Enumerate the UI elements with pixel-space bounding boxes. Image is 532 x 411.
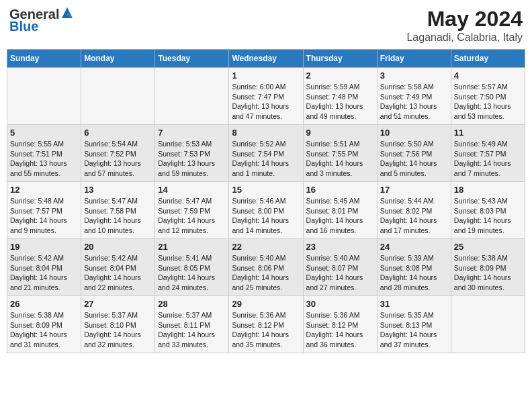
day-info: Sunrise: 6:00 AM Sunset: 7:47 PM Dayligh… (232, 82, 300, 122)
calendar-cell: 22Sunrise: 5:40 AM Sunset: 8:06 PM Dayli… (229, 239, 303, 296)
day-number: 23 (306, 242, 374, 252)
calendar-cell: 8Sunrise: 5:52 AM Sunset: 7:54 PM Daylig… (229, 125, 303, 182)
calendar-cell: 7Sunrise: 5:53 AM Sunset: 7:53 PM Daylig… (155, 125, 229, 182)
day-info: Sunrise: 5:57 AM Sunset: 7:50 PM Dayligh… (454, 82, 522, 122)
week-row-4: 19Sunrise: 5:42 AM Sunset: 8:04 PM Dayli… (7, 239, 525, 296)
calendar-cell: 9Sunrise: 5:51 AM Sunset: 7:55 PM Daylig… (303, 125, 377, 182)
main-title: May 2024 (406, 7, 523, 32)
title-block: May 2024 Laganadi, Calabria, Italy (406, 7, 523, 44)
day-info: Sunrise: 5:40 AM Sunset: 8:07 PM Dayligh… (306, 253, 374, 293)
day-info: Sunrise: 5:52 AM Sunset: 7:54 PM Dayligh… (232, 139, 300, 179)
calendar-table: SundayMondayTuesdayWednesdayThursdayFrid… (7, 49, 525, 353)
calendar-cell (7, 68, 81, 125)
weekday-header-saturday: Saturday (451, 50, 525, 68)
weekday-header-thursday: Thursday (303, 50, 377, 68)
day-number: 26 (10, 299, 78, 309)
day-number: 6 (84, 128, 152, 138)
page-header: General Blue May 2024 Laganadi, Calabria… (7, 7, 525, 44)
day-info: Sunrise: 5:38 AM Sunset: 8:09 PM Dayligh… (10, 310, 78, 350)
day-info: Sunrise: 5:51 AM Sunset: 7:55 PM Dayligh… (306, 139, 374, 179)
calendar-cell (81, 68, 155, 125)
calendar-cell: 13Sunrise: 5:47 AM Sunset: 7:58 PM Dayli… (81, 182, 155, 239)
calendar-cell: 11Sunrise: 5:49 AM Sunset: 7:57 PM Dayli… (451, 125, 525, 182)
calendar-cell: 16Sunrise: 5:45 AM Sunset: 8:01 PM Dayli… (303, 182, 377, 239)
calendar-cell: 26Sunrise: 5:38 AM Sunset: 8:09 PM Dayli… (7, 296, 81, 353)
day-info: Sunrise: 5:37 AM Sunset: 8:11 PM Dayligh… (158, 310, 226, 350)
calendar-cell (155, 68, 229, 125)
calendar-cell: 3Sunrise: 5:58 AM Sunset: 7:49 PM Daylig… (377, 68, 451, 125)
calendar-cell: 20Sunrise: 5:42 AM Sunset: 8:04 PM Dayli… (81, 239, 155, 296)
day-number: 5 (10, 128, 78, 138)
day-info: Sunrise: 5:59 AM Sunset: 7:48 PM Dayligh… (306, 82, 374, 122)
week-row-3: 12Sunrise: 5:48 AM Sunset: 7:57 PM Dayli… (7, 182, 525, 239)
day-number: 3 (380, 71, 448, 81)
calendar-cell: 14Sunrise: 5:47 AM Sunset: 7:59 PM Dayli… (155, 182, 229, 239)
calendar-cell (451, 296, 525, 353)
weekday-header-sunday: Sunday (7, 50, 81, 68)
day-info: Sunrise: 5:38 AM Sunset: 8:09 PM Dayligh… (454, 253, 522, 293)
day-info: Sunrise: 5:39 AM Sunset: 8:08 PM Dayligh… (380, 253, 448, 293)
day-number: 17 (380, 185, 448, 195)
calendar-cell: 30Sunrise: 5:36 AM Sunset: 8:12 PM Dayli… (303, 296, 377, 353)
day-info: Sunrise: 5:40 AM Sunset: 8:06 PM Dayligh… (232, 253, 300, 293)
weekday-header-friday: Friday (377, 50, 451, 68)
day-info: Sunrise: 5:41 AM Sunset: 8:05 PM Dayligh… (158, 253, 226, 293)
calendar-cell: 27Sunrise: 5:37 AM Sunset: 8:10 PM Dayli… (81, 296, 155, 353)
day-number: 7 (158, 128, 226, 138)
calendar-cell: 24Sunrise: 5:39 AM Sunset: 8:08 PM Dayli… (377, 239, 451, 296)
logo: General Blue (9, 7, 74, 34)
day-info: Sunrise: 5:42 AM Sunset: 8:04 PM Dayligh… (84, 253, 152, 293)
day-number: 10 (380, 128, 448, 138)
weekday-header-tuesday: Tuesday (155, 50, 229, 68)
day-number: 28 (158, 299, 226, 309)
day-info: Sunrise: 5:46 AM Sunset: 8:00 PM Dayligh… (232, 196, 300, 236)
day-number: 8 (232, 128, 300, 138)
calendar-cell: 4Sunrise: 5:57 AM Sunset: 7:50 PM Daylig… (451, 68, 525, 125)
calendar-cell: 6Sunrise: 5:54 AM Sunset: 7:52 PM Daylig… (81, 125, 155, 182)
day-info: Sunrise: 5:49 AM Sunset: 7:57 PM Dayligh… (454, 139, 522, 179)
day-number: 29 (232, 299, 300, 309)
day-number: 15 (232, 185, 300, 195)
day-info: Sunrise: 5:43 AM Sunset: 8:03 PM Dayligh… (454, 196, 522, 236)
calendar-cell: 2Sunrise: 5:59 AM Sunset: 7:48 PM Daylig… (303, 68, 377, 125)
day-info: Sunrise: 5:48 AM Sunset: 7:57 PM Dayligh… (10, 196, 78, 236)
day-info: Sunrise: 5:50 AM Sunset: 7:56 PM Dayligh… (380, 139, 448, 179)
day-number: 20 (84, 242, 152, 252)
calendar-cell: 19Sunrise: 5:42 AM Sunset: 8:04 PM Dayli… (7, 239, 81, 296)
calendar-cell: 18Sunrise: 5:43 AM Sunset: 8:03 PM Dayli… (451, 182, 525, 239)
day-info: Sunrise: 5:35 AM Sunset: 8:13 PM Dayligh… (380, 310, 448, 350)
day-info: Sunrise: 5:47 AM Sunset: 7:59 PM Dayligh… (158, 196, 226, 236)
day-number: 19 (10, 242, 78, 252)
day-number: 12 (10, 185, 78, 195)
day-number: 27 (84, 299, 152, 309)
day-number: 25 (454, 242, 522, 252)
week-row-1: 1Sunrise: 6:00 AM Sunset: 7:47 PM Daylig… (7, 68, 525, 125)
day-info: Sunrise: 5:55 AM Sunset: 7:51 PM Dayligh… (10, 139, 78, 179)
day-info: Sunrise: 5:45 AM Sunset: 8:01 PM Dayligh… (306, 196, 374, 236)
calendar-cell: 17Sunrise: 5:44 AM Sunset: 8:02 PM Dayli… (377, 182, 451, 239)
day-number: 18 (454, 185, 522, 195)
subtitle: Laganadi, Calabria, Italy (406, 32, 523, 44)
calendar-cell: 1Sunrise: 6:00 AM Sunset: 7:47 PM Daylig… (229, 68, 303, 125)
calendar-cell: 5Sunrise: 5:55 AM Sunset: 7:51 PM Daylig… (7, 125, 81, 182)
day-info: Sunrise: 5:36 AM Sunset: 8:12 PM Dayligh… (232, 310, 300, 350)
day-info: Sunrise: 5:58 AM Sunset: 7:49 PM Dayligh… (380, 82, 448, 122)
week-row-2: 5Sunrise: 5:55 AM Sunset: 7:51 PM Daylig… (7, 125, 525, 182)
calendar-cell: 31Sunrise: 5:35 AM Sunset: 8:13 PM Dayli… (377, 296, 451, 353)
weekday-header-monday: Monday (81, 50, 155, 68)
day-number: 21 (158, 242, 226, 252)
day-number: 30 (306, 299, 374, 309)
calendar-cell: 15Sunrise: 5:46 AM Sunset: 8:00 PM Dayli… (229, 182, 303, 239)
day-number: 24 (380, 242, 448, 252)
day-number: 31 (380, 299, 448, 309)
calendar-cell: 28Sunrise: 5:37 AM Sunset: 8:11 PM Dayli… (155, 296, 229, 353)
day-number: 16 (306, 185, 374, 195)
day-number: 4 (454, 71, 522, 81)
day-number: 13 (84, 185, 152, 195)
day-info: Sunrise: 5:47 AM Sunset: 7:58 PM Dayligh… (84, 196, 152, 236)
day-number: 9 (306, 128, 374, 138)
weekday-header-row: SundayMondayTuesdayWednesdayThursdayFrid… (7, 50, 525, 68)
day-info: Sunrise: 5:42 AM Sunset: 8:04 PM Dayligh… (10, 253, 78, 293)
day-number: 1 (232, 71, 300, 81)
week-row-5: 26Sunrise: 5:38 AM Sunset: 8:09 PM Dayli… (7, 296, 525, 353)
